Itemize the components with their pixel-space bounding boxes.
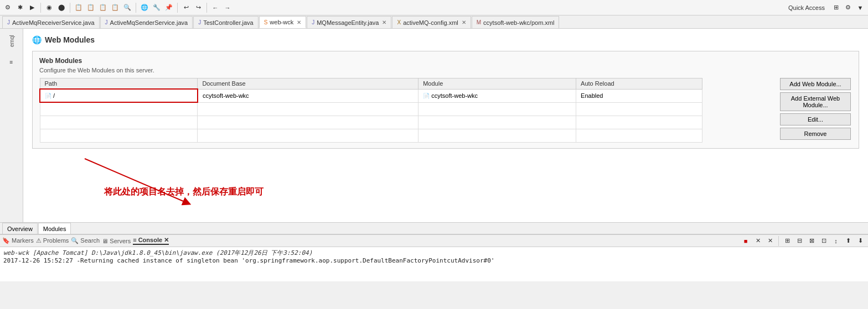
- inner-desc: Configure the Web Modules on this server…: [39, 67, 852, 74]
- markers-tab[interactable]: 🔖 Markers: [2, 237, 34, 244]
- bottom-tab-modules[interactable]: Modules: [38, 223, 71, 234]
- col-autoreload: Auto Reload: [576, 78, 702, 90]
- toolbar-btn-1[interactable]: ⚙: [2, 2, 13, 13]
- main-container: emql ≡ 🌐 Web Modules Web Modules Configu…: [0, 29, 868, 222]
- console-tab-active[interactable]: ≡ Console ✕: [133, 237, 169, 245]
- add-external-web-module-button[interactable]: Add External Web Module...: [780, 92, 851, 111]
- toolbar-btn-9[interactable]: 🔍: [122, 2, 133, 13]
- toolbar-btn-7[interactable]: 📋: [97, 2, 108, 13]
- console-sep: [778, 236, 779, 246]
- console-btn-10[interactable]: ⬇: [855, 235, 866, 247]
- tab-pom[interactable]: M ccytsoft-web-wkc/pom.xml: [472, 16, 560, 28]
- annotation-text: 将此处的项目名去掉，然后保存重启即可: [104, 186, 264, 198]
- inner-panel: Web Modules Configure the Web Modules on…: [32, 51, 859, 149]
- toolbar-btn-5[interactable]: 📋: [73, 2, 84, 13]
- table-row[interactable]: 📄 / ccytsoft-web-wkc 📄 ccytsoft-web-wkc …: [40, 89, 702, 102]
- toolbar-btn-2[interactable]: ✱: [14, 2, 25, 13]
- main-toolbar: ⚙ ✱ ▶ ◉ ⬤ 📋 📋 📋 📋 🔍 🌐 🔧 📌 ↩ ↪ ← → Quick …: [0, 0, 868, 15]
- toolbar-btn-redo[interactable]: ↪: [193, 2, 204, 13]
- toolbar-btn-8[interactable]: 📋: [110, 2, 121, 13]
- table-section: Path Document Base Module Auto Reload 📄 …: [39, 78, 774, 143]
- console-log-line: 2017-12-26 15:52:27 -Returning cached in…: [3, 257, 865, 264]
- problems-tab[interactable]: ⚠ Problems: [36, 237, 69, 244]
- toolbar-btn-undo[interactable]: ↩: [180, 2, 192, 13]
- tab-web-wck[interactable]: S web-wck ✕: [259, 16, 306, 28]
- search-tab[interactable]: 🔍 Search: [71, 237, 100, 244]
- toolbar-sep-1: [40, 3, 41, 13]
- tab-label-entity: MQMessageEntity.java: [317, 19, 379, 26]
- console-btn-5[interactable]: ⊟: [794, 235, 805, 247]
- toolbar-btn-layout[interactable]: ⊞: [830, 2, 841, 13]
- bottom-toolbar-left: 🔖 Markers ⚠ Problems 🔍 Search 🖥 Servers …: [2, 237, 169, 245]
- tab-label-pom: ccytsoft-web-wkc/pom.xml: [483, 19, 554, 26]
- console-title-line: web-wck [Apache Tomcat] D:\Java\jdk1.8.0…: [3, 249, 865, 257]
- tab-icon-entity: J: [312, 19, 314, 25]
- tab-icon-config: X: [397, 19, 401, 25]
- toolbar-btn-extra[interactable]: ▼: [855, 2, 866, 13]
- toolbar-btn-settings[interactable]: ⚙: [843, 2, 854, 13]
- remove-button[interactable]: Remove: [780, 128, 851, 140]
- toolbar-btn-run[interactable]: ▶: [27, 2, 38, 13]
- annotation-area: 将此处的项目名去掉，然后保存重启即可: [32, 153, 859, 219]
- console-content: web-wck [Apache Tomcat] D:\Java\jdk1.8.0…: [0, 247, 868, 281]
- toolbar-sep-4: [177, 3, 178, 13]
- console-stop-btn[interactable]: ■: [740, 235, 751, 247]
- path-icon: 📄: [45, 93, 51, 99]
- page-title-icon: 🌐: [32, 35, 42, 44]
- cell-module: 📄 ccytsoft-web-wkc: [418, 89, 576, 102]
- left-sidebar: emql ≡: [0, 29, 23, 222]
- bottom-panel: 🔖 Markers ⚠ Problems 🔍 Search 🖥 Servers …: [0, 234, 868, 281]
- tab-active-mq-config[interactable]: X activeMQ-config.xml ✕: [392, 16, 471, 28]
- toolbar-btn-11[interactable]: 🔧: [151, 2, 162, 13]
- toolbar-btn-nav-fwd[interactable]: →: [222, 2, 233, 13]
- bottom-tab-overview[interactable]: Overview: [2, 223, 38, 234]
- tab-icon-sender: J: [105, 19, 108, 25]
- col-path: Path: [40, 78, 198, 90]
- cell-autoreload: Enabled: [576, 89, 702, 102]
- col-docbase: Document Base: [198, 78, 418, 90]
- page-title-bar: 🌐 Web Modules: [32, 35, 859, 44]
- sidebar-item-1[interactable]: emql: [2, 31, 22, 51]
- toolbar-sep-3: [136, 3, 136, 13]
- tab-label-webwck: web-wck: [270, 19, 293, 25]
- tab-close-webwck[interactable]: ✕: [297, 19, 301, 25]
- tab-close-config[interactable]: ✕: [462, 19, 466, 25]
- col-module: Module: [418, 78, 576, 90]
- tab-test-controller[interactable]: J TestController.java: [193, 16, 259, 28]
- add-web-module-button[interactable]: Add Web Module...: [780, 78, 851, 90]
- toolbar-btn-10[interactable]: 🌐: [139, 2, 150, 13]
- tab-close-entity[interactable]: ✕: [382, 19, 386, 25]
- edit-button[interactable]: Edit...: [780, 113, 851, 125]
- toolbar-btn-4[interactable]: ⬤: [56, 2, 67, 13]
- console-btn-9[interactable]: ⬆: [843, 235, 854, 247]
- tab-icon-controller: J: [198, 19, 201, 25]
- tab-icon-webwck: S: [264, 19, 268, 25]
- toolbar-btn-6[interactable]: 📋: [85, 2, 96, 13]
- servers-tab[interactable]: 🖥 Servers: [102, 238, 131, 244]
- bottom-tab-overview-label: Overview: [7, 226, 33, 232]
- tab-label-sender: ActiveMqSenderService.java: [110, 19, 188, 26]
- cell-path: 📄 /: [40, 89, 198, 102]
- tab-label-config: activeMQ-config.xml: [403, 19, 458, 26]
- console-btn-7[interactable]: ⊡: [818, 235, 829, 247]
- toolbar-btn-nav-back[interactable]: ←: [210, 2, 221, 13]
- console-btn-2[interactable]: ✕: [752, 235, 763, 247]
- console-btn-4[interactable]: ⊞: [782, 235, 793, 247]
- inner-title: Web Modules: [39, 57, 852, 65]
- bottom-tab-bar: Overview Modules: [0, 222, 868, 234]
- bottom-toolbar-right: ■ ✕ ✕ ⊞ ⊟ ⊠ ⊡ ↕ ⬆ ⬇: [740, 235, 866, 247]
- toolbar-btn-3[interactable]: ◉: [44, 2, 55, 13]
- tab-active-mq-sender[interactable]: J ActiveMqSenderService.java: [100, 16, 193, 28]
- table-wrapper: Path Document Base Module Auto Reload 📄 …: [39, 78, 852, 143]
- console-btn-6[interactable]: ⊠: [806, 235, 817, 247]
- sidebar-item-2[interactable]: ≡: [2, 52, 22, 72]
- tab-label-controller: TestController.java: [203, 19, 254, 26]
- action-buttons: Add Web Module... Add External Web Modul…: [780, 78, 852, 143]
- toolbar-btn-12[interactable]: 📌: [163, 2, 174, 13]
- tab-active-mq-receiver[interactable]: J ActiveMqReceiverService.java: [2, 16, 100, 28]
- console-btn-8[interactable]: ↕: [830, 235, 841, 247]
- console-btn-3[interactable]: ✕: [764, 235, 776, 247]
- bottom-panel-toolbar: 🔖 Markers ⚠ Problems 🔍 Search 🖥 Servers …: [0, 235, 868, 247]
- toolbar-sep-5: [206, 3, 207, 13]
- tab-mq-entity[interactable]: J MQMessageEntity.java ✕: [307, 16, 391, 28]
